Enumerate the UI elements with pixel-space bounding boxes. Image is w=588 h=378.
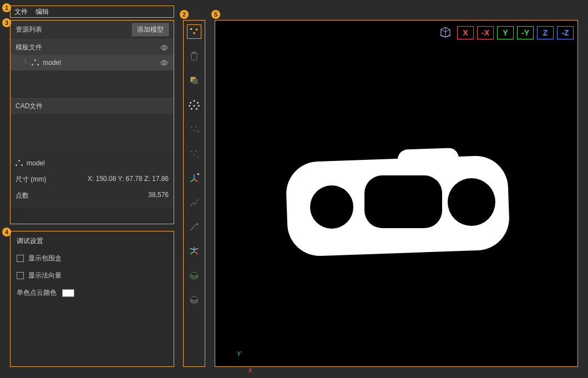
tool-axes-add[interactable]: [187, 171, 201, 185]
callout-4: 4: [2, 228, 11, 236]
info-model-name: model: [27, 159, 45, 167]
tool-axes-orbit[interactable]: [187, 244, 201, 259]
checkbox-label: 显示包围盒: [28, 254, 62, 263]
svg-point-7: [197, 102, 199, 104]
svg-point-8: [189, 105, 190, 107]
size-label: 尺寸 (mm): [16, 175, 46, 184]
tool-subtract-points[interactable]: [187, 147, 201, 161]
debug-title: 调试设置: [17, 236, 168, 246]
svg-point-0: [190, 28, 192, 31]
svg-point-14: [194, 129, 195, 131]
tool-cube-wire[interactable]: [187, 293, 201, 308]
mono-color-label: 单色点云颜色: [17, 288, 57, 298]
tree-item-model[interactable]: └ model: [10, 55, 174, 70]
menu-edit[interactable]: 编辑: [36, 7, 49, 17]
viewport-3d[interactable]: X-XY-YZ-Z Y X: [215, 20, 578, 367]
debug-panel: 调试设置 显示包围盒 显示法向量 单色点云颜色: [10, 231, 174, 367]
svg-point-5: [194, 100, 195, 102]
model-info: model 尺寸 (mm) X: 150.08 Y: 67.78 Z: 17.8…: [10, 153, 174, 208]
callout-2: 2: [180, 10, 189, 19]
checkbox-show-normals[interactable]: 显示法向量: [17, 271, 168, 280]
tool-select-points[interactable]: [187, 24, 201, 39]
axis-button-negX[interactable]: -X: [477, 26, 494, 39]
svg-point-15: [195, 126, 197, 128]
callout-1: 1: [2, 3, 11, 12]
gizmo-y-label: Y: [237, 350, 241, 357]
view-axis-bar: X-XY-YZ-Z: [437, 24, 574, 41]
gizmo-x-label: X: [248, 367, 252, 374]
points-label: 点数: [16, 191, 29, 200]
tool-transform[interactable]: [187, 195, 201, 210]
mono-color-swatch[interactable]: [62, 289, 74, 297]
points-icon: [32, 59, 39, 66]
svg-point-20: [197, 199, 199, 201]
callout-3: 3: [2, 18, 11, 27]
tree-item-label: model: [43, 59, 61, 67]
tool-add-points[interactable]: [187, 122, 201, 137]
axis-button-Y[interactable]: Y: [497, 26, 514, 39]
svg-point-12: [196, 108, 197, 110]
templates-header[interactable]: 模板文件: [16, 43, 42, 52]
callout-5: 5: [211, 10, 220, 19]
svg-point-19: [190, 205, 191, 206]
axis-button-Z[interactable]: Z: [537, 26, 554, 39]
svg-point-11: [191, 108, 192, 110]
svg-point-17: [194, 154, 195, 155]
cad-header[interactable]: CAD文件: [16, 102, 43, 111]
checkbox-label: 显示法向量: [28, 271, 62, 280]
model-render: [287, 148, 509, 259]
svg-point-6: [190, 102, 191, 104]
tool-strip: [183, 20, 205, 367]
svg-point-13: [191, 127, 192, 128]
svg-point-10: [198, 105, 200, 107]
svg-point-16: [191, 151, 192, 153]
tool-trash[interactable]: [187, 49, 201, 63]
svg-point-9: [194, 105, 195, 107]
tool-sample-sparse[interactable]: [187, 98, 201, 112]
add-model-button[interactable]: 添加模型: [132, 23, 169, 36]
tool-curve[interactable]: [187, 220, 201, 234]
axis-button-X[interactable]: X: [457, 26, 474, 39]
menu-file[interactable]: 文件: [14, 7, 28, 17]
points-value: 38,576: [148, 191, 169, 200]
svg-point-18: [195, 150, 197, 152]
tool-cube-solid[interactable]: [187, 269, 201, 283]
axis-button-negZ[interactable]: -Z: [557, 26, 574, 39]
eye-icon[interactable]: [160, 43, 169, 52]
left-panel: 资源列表 添加模型 模板文件 └ model: [10, 20, 174, 208]
menubar: 文件 编辑: [10, 6, 174, 18]
points-icon: [16, 160, 23, 167]
svg-point-2: [196, 29, 198, 31]
svg-rect-4: [192, 79, 197, 84]
resource-list-title: 资源列表: [16, 25, 42, 34]
orbit-cube-icon[interactable]: [437, 24, 454, 41]
size-value: X: 150.08 Y: 67.78 Z: 17.86: [88, 175, 169, 184]
eye-icon[interactable]: [160, 58, 169, 67]
svg-point-1: [193, 32, 195, 34]
axis-button-negY[interactable]: -Y: [517, 26, 534, 39]
tool-layer[interactable]: [187, 73, 201, 88]
checkbox-show-bbox[interactable]: 显示包围盒: [17, 254, 168, 263]
